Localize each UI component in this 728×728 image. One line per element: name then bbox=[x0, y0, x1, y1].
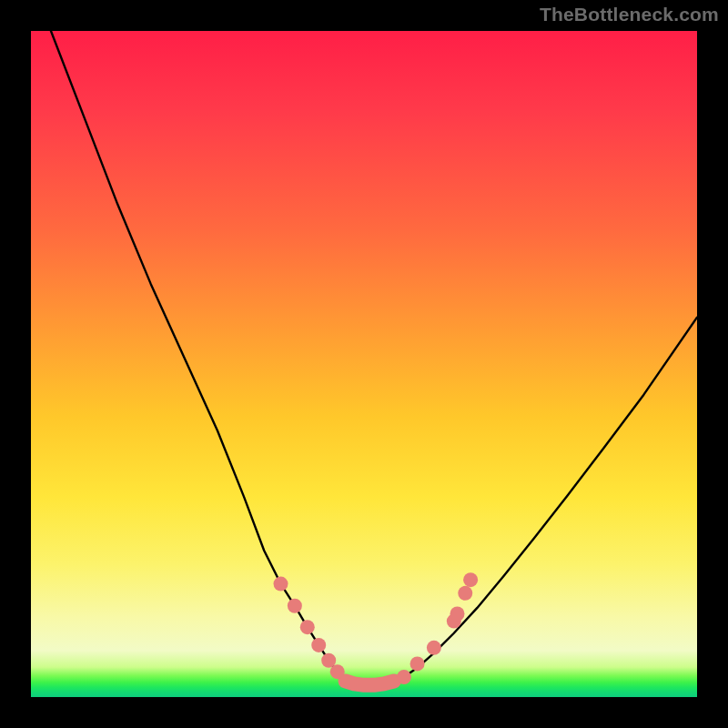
curve-marker bbox=[288, 599, 302, 613]
curve-layer bbox=[31, 31, 697, 697]
watermark-text: TheBottleneck.com bbox=[540, 4, 719, 25]
curve-marker bbox=[274, 577, 288, 592]
curve-markers bbox=[274, 572, 479, 685]
curve-marker bbox=[450, 607, 464, 622]
curve-marker bbox=[458, 586, 472, 601]
curve-marker bbox=[311, 638, 326, 652]
plot-area bbox=[31, 31, 697, 697]
trough-marker-bar bbox=[346, 681, 394, 684]
curve-marker bbox=[300, 620, 315, 634]
chart-stage: TheBottleneck.com bbox=[0, 0, 728, 728]
curve-marker bbox=[427, 641, 441, 655]
v-curve-path bbox=[51, 31, 697, 685]
curve-marker bbox=[410, 656, 425, 671]
bottleneck-curve bbox=[51, 31, 697, 685]
curve-marker bbox=[463, 572, 478, 587]
curve-marker bbox=[330, 664, 345, 679]
curve-marker bbox=[397, 670, 411, 684]
